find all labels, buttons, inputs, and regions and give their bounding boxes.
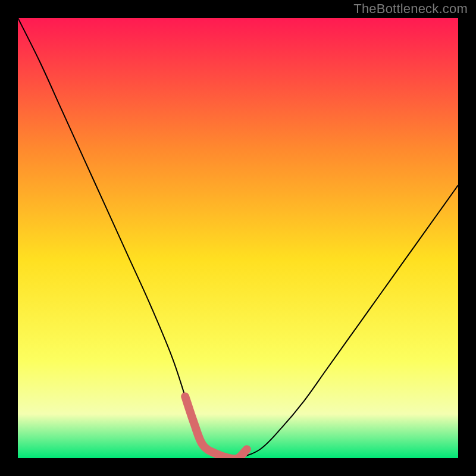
watermark-text: TheBottleneck.com [353,1,468,17]
chart-frame: TheBottleneck.com [0,0,476,476]
bottleneck-chart [18,18,458,458]
gradient-background [18,18,458,458]
plot-area [18,18,458,458]
